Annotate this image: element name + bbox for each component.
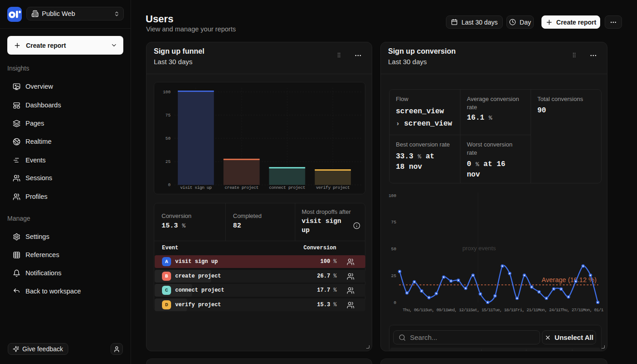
svg-text:0: 0	[394, 300, 396, 305]
svg-text:0: 0	[168, 182, 171, 187]
svg-text:verify project: verify project	[316, 185, 349, 190]
svg-text:50: 50	[391, 247, 397, 252]
svg-text:connect project: connect project	[269, 185, 305, 190]
svg-text:visit sign up: visit sign up	[180, 185, 212, 190]
svg-text:75: 75	[166, 113, 171, 118]
svg-text:create project: create project	[225, 185, 258, 190]
svg-text:Thu, 06/11Sun, 09/11Wed, 12/11: Thu, 06/11Sun, 09/11Wed, 12/11Sat, 15/11…	[403, 308, 604, 313]
svg-text:25: 25	[166, 159, 171, 164]
svg-text:50: 50	[166, 136, 171, 141]
svg-text:100: 100	[389, 193, 396, 198]
svg-text:Average (16.12 %): Average (16.12 %)	[541, 276, 597, 283]
svg-text:25: 25	[391, 273, 397, 278]
svg-text:proxy events: proxy events	[462, 245, 496, 252]
svg-text:75: 75	[391, 220, 397, 225]
svg-text:100: 100	[163, 90, 171, 95]
